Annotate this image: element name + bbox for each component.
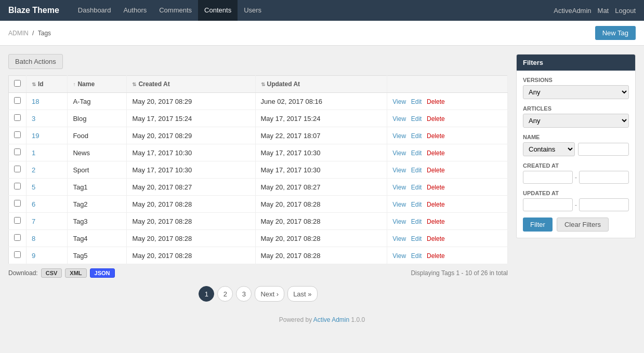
row-id-link[interactable]: 18 — [32, 98, 39, 105]
action-delete[interactable]: Delete — [427, 235, 445, 242]
page-2[interactable]: 2 — [217, 286, 233, 302]
articles-select[interactable]: Any — [523, 114, 629, 128]
row-select-checkbox[interactable] — [14, 97, 21, 104]
row-updated-at: May 20, 2017 08:28 — [255, 230, 387, 247]
name-value-input[interactable] — [578, 143, 629, 156]
row-checkbox — [9, 161, 27, 179]
select-all-checkbox[interactable] — [14, 80, 21, 87]
action-view[interactable]: View — [392, 167, 406, 174]
action-view[interactable]: View — [392, 150, 406, 157]
action-view[interactable]: View — [392, 98, 406, 105]
row-id-link[interactable]: 3 — [32, 115, 35, 123]
action-delete[interactable]: Delete — [427, 201, 445, 208]
row-id-link[interactable]: 19 — [32, 132, 39, 140]
download-json[interactable]: JSON — [90, 268, 115, 278]
action-delete[interactable]: Delete — [427, 98, 445, 105]
row-id-link[interactable]: 1 — [32, 149, 35, 157]
display-info: Displaying Tags 1 - 10 of 26 in total — [411, 269, 508, 277]
row-select-checkbox[interactable] — [14, 114, 21, 121]
nav-contents[interactable]: Contents — [198, 0, 238, 21]
row-select-checkbox[interactable] — [14, 251, 21, 258]
row-id-link[interactable]: 9 — [32, 252, 35, 260]
row-updated-at: May 20, 2017 08:28 — [255, 196, 387, 213]
row-actions: View Edit Delete — [387, 127, 508, 144]
new-tag-button[interactable]: New Tag — [595, 26, 636, 40]
row-checkbox — [9, 93, 27, 110]
footer: Powered by Active Admin 1.0.0 — [0, 310, 644, 330]
nav-user[interactable]: Mat — [598, 7, 609, 15]
table-footer: Download: CSV XML JSON Displaying Tags 1… — [8, 268, 508, 278]
action-delete[interactable]: Delete — [427, 150, 445, 157]
action-edit[interactable]: Edit — [411, 201, 422, 208]
nav-activeadmin[interactable]: ActiveAdmin — [554, 7, 591, 15]
nav-users[interactable]: Users — [238, 0, 268, 21]
row-updated-at: May 20, 2017 08:27 — [255, 179, 387, 196]
row-updated-at: May 17, 2017 15:24 — [255, 110, 387, 127]
row-id-link[interactable]: 7 — [32, 218, 35, 225]
action-delete[interactable]: Delete — [427, 167, 445, 174]
row-id-link[interactable]: 2 — [32, 166, 35, 174]
updated-at-start[interactable] — [523, 198, 573, 211]
action-edit[interactable]: Edit — [411, 167, 422, 174]
page-next[interactable]: Next › — [255, 286, 284, 302]
versions-select[interactable]: Any — [523, 85, 629, 99]
row-updated-at: May 20, 2017 08:28 — [255, 213, 387, 230]
footer-link[interactable]: Active Admin — [313, 316, 349, 323]
created-at-end[interactable] — [579, 171, 629, 184]
action-view[interactable]: View — [392, 184, 406, 191]
action-view[interactable]: View — [392, 235, 406, 242]
clear-filters-button[interactable]: Clear Filters — [557, 218, 609, 232]
row-select-checkbox[interactable] — [14, 131, 21, 138]
action-view[interactable]: View — [392, 201, 406, 208]
filter-button[interactable]: Filter — [523, 218, 553, 232]
row-name: A-Tag — [68, 93, 127, 110]
page-3[interactable]: 3 — [236, 286, 252, 302]
row-select-checkbox[interactable] — [14, 200, 21, 207]
action-delete[interactable]: Delete — [427, 132, 445, 140]
row-name: Tag1 — [68, 179, 127, 196]
table-row: 5 Tag1 May 20, 2017 08:27 May 20, 2017 0… — [9, 179, 508, 196]
nav-authors[interactable]: Authors — [117, 0, 153, 21]
batch-actions-button[interactable]: Batch Actions — [8, 54, 63, 69]
action-view[interactable]: View — [392, 115, 406, 123]
action-edit[interactable]: Edit — [411, 115, 422, 123]
pagination: 1 2 3 Next › Last » — [8, 286, 508, 302]
row-id-link[interactable]: 5 — [32, 183, 35, 191]
row-select-checkbox[interactable] — [14, 183, 21, 189]
created-at-start[interactable] — [523, 171, 573, 184]
row-checkbox — [9, 127, 27, 144]
action-delete[interactable]: Delete — [427, 252, 445, 260]
row-name: News — [68, 144, 127, 161]
action-edit[interactable]: Edit — [411, 132, 422, 140]
row-id-link[interactable]: 8 — [32, 235, 35, 242]
page-1[interactable]: 1 — [199, 286, 214, 302]
action-edit[interactable]: Edit — [411, 218, 422, 225]
row-select-checkbox[interactable] — [14, 234, 21, 241]
row-created-at: May 20, 2017 08:28 — [127, 230, 255, 247]
updated-at-end[interactable] — [579, 198, 629, 211]
action-edit[interactable]: Edit — [411, 150, 422, 157]
nav-logout[interactable]: Logout — [615, 7, 636, 15]
page-last[interactable]: Last » — [287, 286, 317, 302]
download-csv[interactable]: CSV — [41, 268, 62, 278]
nav-dashboard[interactable]: Dashboard — [72, 0, 117, 21]
action-view[interactable]: View — [392, 218, 406, 225]
action-edit[interactable]: Edit — [411, 184, 422, 191]
action-edit[interactable]: Edit — [411, 252, 422, 260]
download-xml[interactable]: XML — [65, 268, 86, 278]
action-view[interactable]: View — [392, 252, 406, 260]
action-delete[interactable]: Delete — [427, 218, 445, 225]
row-select-checkbox[interactable] — [14, 217, 21, 224]
row-id-link[interactable]: 6 — [32, 200, 35, 208]
action-edit[interactable]: Edit — [411, 98, 422, 105]
action-edit[interactable]: Edit — [411, 235, 422, 242]
action-view[interactable]: View — [392, 132, 406, 140]
breadcrumb-admin[interactable]: ADMIN — [8, 30, 29, 37]
action-delete[interactable]: Delete — [427, 115, 445, 123]
action-delete[interactable]: Delete — [427, 184, 445, 191]
row-select-checkbox[interactable] — [14, 166, 21, 172]
name-operator-select[interactable]: Contains Equals Starts with Ends with — [523, 142, 575, 156]
nav-comments[interactable]: Comments — [153, 0, 198, 21]
row-checkbox — [9, 196, 27, 213]
row-select-checkbox[interactable] — [14, 148, 21, 155]
